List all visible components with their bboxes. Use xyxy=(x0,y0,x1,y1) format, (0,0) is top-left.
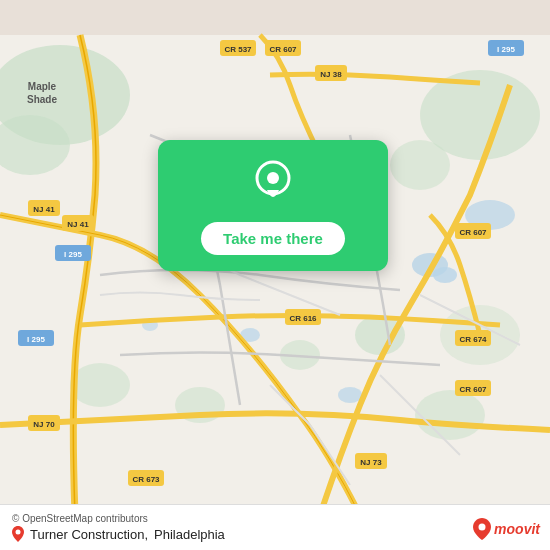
bottom-bar: © OpenStreetMap contributors Turner Cons… xyxy=(0,504,550,550)
location-label: Turner Construction, Philadelphia xyxy=(12,526,538,542)
svg-text:Shade: Shade xyxy=(27,94,57,105)
svg-text:CR 616: CR 616 xyxy=(289,314,317,323)
map-pin-icon xyxy=(253,160,293,210)
svg-text:CR 607: CR 607 xyxy=(459,385,487,394)
map-container: I 295 I 295 NJ 41 NJ 41 NJ 70 NJ 73 CR 6… xyxy=(0,0,550,550)
svg-text:NJ 41: NJ 41 xyxy=(67,220,89,229)
moovit-brand-text: moovit xyxy=(494,521,540,537)
location-city: Philadelphia xyxy=(154,527,225,542)
take-me-there-button[interactable]: Take me there xyxy=(201,222,345,255)
moovit-logo: moovit xyxy=(473,518,540,540)
svg-text:CR 674: CR 674 xyxy=(459,335,487,344)
svg-point-12 xyxy=(433,267,457,283)
svg-text:CR 673: CR 673 xyxy=(132,475,160,484)
svg-text:I 295: I 295 xyxy=(27,335,45,344)
copyright-text: © OpenStreetMap contributors xyxy=(12,513,538,524)
svg-text:NJ 41: NJ 41 xyxy=(33,205,55,214)
svg-text:CR 607: CR 607 xyxy=(459,228,487,237)
svg-text:I 295: I 295 xyxy=(497,45,515,54)
svg-point-52 xyxy=(479,524,486,531)
svg-text:I 295: I 295 xyxy=(64,250,82,259)
svg-point-8 xyxy=(70,363,130,407)
svg-text:NJ 73: NJ 73 xyxy=(360,458,382,467)
svg-point-50 xyxy=(267,172,279,184)
location-name: Turner Construction, xyxy=(30,527,148,542)
svg-text:Maple: Maple xyxy=(28,81,57,92)
moovit-pin-small-icon xyxy=(12,526,24,542)
svg-point-51 xyxy=(16,530,21,535)
svg-text:CR 607: CR 607 xyxy=(269,45,297,54)
svg-text:NJ 70: NJ 70 xyxy=(33,420,55,429)
pin-icon-wrapper xyxy=(246,158,300,212)
svg-text:NJ 38: NJ 38 xyxy=(320,70,342,79)
svg-point-4 xyxy=(390,140,450,190)
moovit-logo-pin-icon xyxy=(473,518,491,540)
svg-point-13 xyxy=(338,387,362,403)
svg-point-9 xyxy=(415,390,485,440)
svg-text:CR 537: CR 537 xyxy=(224,45,252,54)
location-card: Take me there xyxy=(158,140,388,271)
map-background: I 295 I 295 NJ 41 NJ 41 NJ 70 NJ 73 CR 6… xyxy=(0,0,550,550)
